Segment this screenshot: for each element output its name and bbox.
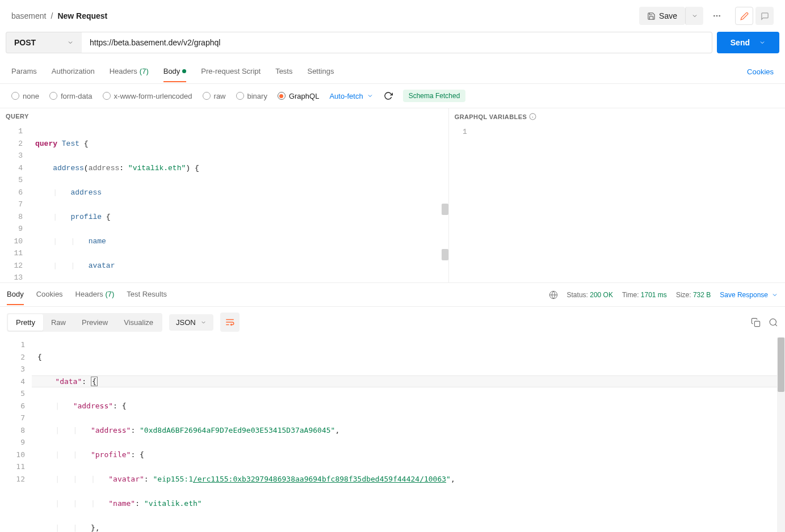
svg-line-12 — [775, 324, 777, 326]
query-gutter: 12345678910111213 — [0, 124, 30, 282]
svg-point-11 — [770, 319, 776, 325]
comments-button[interactable] — [755, 7, 774, 25]
request-tabs: Params Authorization Headers (7) Body Pr… — [0, 60, 785, 84]
send-button[interactable]: Send — [717, 32, 779, 53]
comment-icon — [761, 12, 769, 20]
svg-rect-10 — [754, 321, 759, 326]
chevron-down-icon — [759, 39, 766, 46]
variables-code[interactable] — [474, 125, 785, 282]
body-type-row: none form-data x-www-form-urlencoded raw… — [0, 84, 785, 108]
radio-icon — [203, 92, 211, 100]
tab-body-label: Body — [163, 67, 180, 75]
response-code[interactable]: { "data": { | "address": { | | "address"… — [32, 337, 785, 532]
copy-icon[interactable] — [751, 318, 761, 327]
pencil-icon — [740, 12, 749, 20]
variables-editor[interactable]: 1 — [449, 125, 785, 282]
breadcrumb-current: New Request — [57, 11, 107, 20]
tab-authorization[interactable]: Authorization — [52, 61, 95, 82]
scroll-thumb[interactable] — [778, 337, 784, 392]
save-response-label: Save Response — [720, 291, 768, 299]
breadcrumb: basement / New Request — [11, 11, 107, 20]
cookies-link[interactable]: Cookies — [747, 67, 774, 76]
format-select[interactable]: JSON — [169, 314, 213, 331]
body-type-binary[interactable]: binary — [236, 92, 267, 100]
variables-header: GRAPHQL VARIABLES — [449, 108, 785, 125]
view-mode-toggle: Pretty Raw Preview Visualize — [7, 313, 162, 332]
scroll-track[interactable] — [777, 337, 785, 532]
body-type-none-label: none — [23, 92, 39, 100]
save-icon — [647, 12, 656, 20]
fold-handle[interactable] — [442, 204, 448, 215]
header-bar: basement / New Request Save — [0, 0, 785, 32]
method-value: POST — [14, 38, 36, 47]
chevron-down-icon — [771, 292, 778, 298]
fold-handle[interactable] — [442, 249, 448, 260]
tab-tests[interactable]: Tests — [275, 61, 292, 82]
variables-header-label: GRAPHQL VARIABLES — [455, 113, 527, 120]
auto-fetch-label: Auto-fetch — [329, 92, 363, 100]
body-type-form-data[interactable]: form-data — [49, 92, 93, 100]
tab-prerequest[interactable]: Pre-request Script — [201, 61, 261, 82]
editor-section: QUERY 12345678910111213 query Test { add… — [0, 108, 785, 283]
tab-headers-count: (7) — [140, 67, 149, 75]
radio-icon — [49, 92, 57, 100]
auto-fetch-toggle[interactable]: Auto-fetch — [329, 92, 373, 100]
response-view-toolbar: Pretty Raw Preview Visualize JSON — [0, 307, 785, 337]
tab-body[interactable]: Body — [163, 61, 187, 82]
view-preview[interactable]: Preview — [74, 314, 116, 331]
body-type-urlencoded-label: x-www-form-urlencoded — [114, 92, 192, 100]
query-code[interactable]: query Test { address(address: "vitalik.e… — [30, 124, 448, 282]
body-type-graphql[interactable]: GraphQL — [278, 92, 319, 100]
response-body-viewer[interactable]: 123456789101112 { "data": { | "address":… — [0, 337, 785, 532]
status-meta: Status: 200 OK — [567, 291, 613, 299]
chevron-down-icon — [67, 39, 74, 46]
more-options-button[interactable] — [708, 7, 726, 25]
radio-icon — [236, 92, 244, 100]
radio-checked-icon — [278, 92, 286, 100]
body-type-raw[interactable]: raw — [203, 92, 226, 100]
response-tab-headers[interactable]: Headers (7) — [75, 284, 115, 305]
time-meta: Time: 1701 ms — [622, 291, 667, 299]
size-meta: Size: 732 B — [676, 291, 711, 299]
save-dropdown-button[interactable] — [685, 7, 703, 25]
breadcrumb-parent[interactable]: basement — [11, 11, 46, 20]
body-type-raw-label: raw — [214, 92, 226, 100]
method-select[interactable]: POST — [6, 32, 82, 53]
format-value: JSON — [176, 318, 196, 327]
svg-point-1 — [716, 15, 718, 17]
url-input[interactable] — [82, 32, 712, 53]
svg-point-2 — [719, 15, 720, 17]
response-gutter: 123456789101112 — [0, 337, 32, 532]
query-pane: QUERY 12345678910111213 query Test { add… — [0, 108, 449, 282]
network-icon[interactable] — [549, 290, 558, 299]
body-type-form-data-label: form-data — [61, 92, 93, 100]
query-editor[interactable]: 12345678910111213 query Test { address(a… — [0, 124, 448, 282]
body-type-graphql-label: GraphQL — [289, 92, 319, 100]
tab-headers[interactable]: Headers (7) — [110, 61, 149, 82]
wrap-lines-button[interactable] — [220, 313, 240, 332]
info-icon[interactable] — [529, 113, 536, 120]
wrap-icon — [225, 317, 235, 327]
edit-button[interactable] — [735, 7, 753, 25]
response-tab-cookies[interactable]: Cookies — [36, 284, 63, 305]
response-tab-test-results[interactable]: Test Results — [127, 284, 167, 305]
refresh-icon[interactable] — [384, 91, 393, 100]
response-tab-body[interactable]: Body — [7, 284, 24, 305]
tab-params[interactable]: Params — [11, 61, 37, 82]
save-response-button[interactable]: Save Response — [720, 291, 778, 299]
view-visualize[interactable]: Visualize — [116, 314, 161, 331]
response-tab-headers-label: Headers — [75, 290, 103, 298]
radio-icon — [11, 92, 19, 100]
view-pretty[interactable]: Pretty — [8, 314, 43, 331]
body-type-urlencoded[interactable]: x-www-form-urlencoded — [103, 92, 192, 100]
search-icon[interactable] — [769, 318, 778, 327]
tab-headers-label: Headers — [110, 67, 137, 75]
view-raw[interactable]: Raw — [43, 314, 74, 331]
variables-gutter: 1 — [449, 125, 474, 282]
body-type-none[interactable]: none — [11, 92, 39, 100]
save-label: Save — [659, 11, 677, 20]
dots-icon — [712, 11, 721, 20]
response-tab-headers-count: (7) — [105, 290, 114, 298]
tab-settings[interactable]: Settings — [307, 61, 334, 82]
save-button[interactable]: Save — [639, 7, 685, 25]
